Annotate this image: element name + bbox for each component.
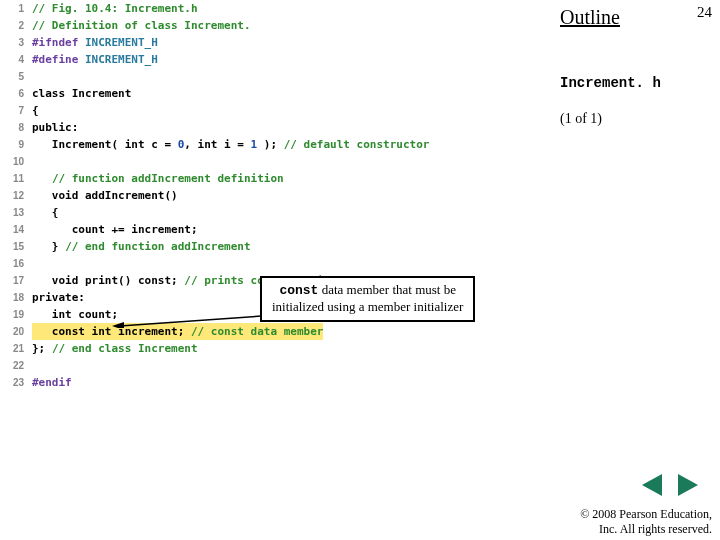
callout-keyword: const xyxy=(279,283,318,298)
line-number: 21 xyxy=(0,340,32,357)
code-line: 21}; // end class Increment xyxy=(0,340,540,357)
line-number: 13 xyxy=(0,204,32,221)
code-text: // Definition of class Increment. xyxy=(32,17,251,34)
code-text: { xyxy=(32,102,39,119)
line-number: 15 xyxy=(0,238,32,255)
line-number: 3 xyxy=(0,34,32,51)
svg-marker-1 xyxy=(112,322,124,328)
line-number: 23 xyxy=(0,374,32,391)
line-number: 18 xyxy=(0,289,32,306)
code-text xyxy=(32,255,39,272)
line-number: 8 xyxy=(0,119,32,136)
code-line: 23#endif xyxy=(0,374,540,391)
callout-arrow xyxy=(112,314,262,328)
callout-text-2: initialized using a member initializer xyxy=(272,299,463,314)
code-line: 2// Definition of class Increment. xyxy=(0,17,540,34)
code-line: 4#define INCREMENT_H xyxy=(0,51,540,68)
code-text: // function addIncrement definition xyxy=(32,170,284,187)
prev-button[interactable] xyxy=(642,474,662,496)
next-button[interactable] xyxy=(678,474,698,496)
footer-line-2: Inc. All rights reserved. xyxy=(580,522,712,536)
code-line: 16 xyxy=(0,255,540,272)
code-text: Increment( int c = 0, int i = 1 ); // de… xyxy=(32,136,429,153)
code-text: public: xyxy=(32,119,78,136)
line-number: 12 xyxy=(0,187,32,204)
line-number: 2 xyxy=(0,17,32,34)
code-line: 13 { xyxy=(0,204,540,221)
code-line: 20 const int increment; // const data me… xyxy=(0,323,540,340)
code-line: 9 Increment( int c = 0, int i = 1 ); // … xyxy=(0,136,540,153)
code-line: 3#ifndef INCREMENT_H xyxy=(0,34,540,51)
code-line: 8public: xyxy=(0,119,540,136)
line-number: 1 xyxy=(0,0,32,17)
code-text xyxy=(32,357,39,374)
code-line: 10 xyxy=(0,153,540,170)
code-text: #ifndef INCREMENT_H xyxy=(32,34,158,51)
svg-line-0 xyxy=(120,316,262,326)
code-line: 7{ xyxy=(0,102,540,119)
code-line: 14 count += increment; xyxy=(0,221,540,238)
line-number: 6 xyxy=(0,85,32,102)
code-line: 22 xyxy=(0,357,540,374)
footer-line-1: © 2008 Pearson Education, xyxy=(580,507,712,521)
line-number: 14 xyxy=(0,221,32,238)
line-number: 7 xyxy=(0,102,32,119)
line-number: 22 xyxy=(0,357,32,374)
code-line: 6class Increment xyxy=(0,85,540,102)
line-number: 17 xyxy=(0,272,32,289)
code-text: void addIncrement() xyxy=(32,187,178,204)
code-listing: 1// Fig. 10.4: Increment.h2// Definition… xyxy=(0,0,540,391)
code-text: #endif xyxy=(32,374,72,391)
code-text: int count; xyxy=(32,306,118,323)
code-text: } // end function addIncrement xyxy=(32,238,251,255)
line-number: 10 xyxy=(0,153,32,170)
line-number: 16 xyxy=(0,255,32,272)
filename-label: Increment. h xyxy=(560,75,720,91)
code-text: class Increment xyxy=(32,85,131,102)
page-of-label: (1 of 1) xyxy=(560,111,720,127)
line-number: 20 xyxy=(0,323,32,340)
code-line: 15 } // end function addIncrement xyxy=(0,238,540,255)
code-text: #define INCREMENT_H xyxy=(32,51,158,68)
line-number: 4 xyxy=(0,51,32,68)
code-text: }; // end class Increment xyxy=(32,340,198,357)
copyright-footer: © 2008 Pearson Education, Inc. All right… xyxy=(580,507,712,536)
line-number: 11 xyxy=(0,170,32,187)
callout-box: const data member that must be initializ… xyxy=(260,276,475,322)
code-text: // Fig. 10.4: Increment.h xyxy=(32,0,198,17)
right-column: Outline Increment. h (1 of 1) xyxy=(560,0,720,127)
nav-controls xyxy=(636,474,704,500)
code-line: 11 // function addIncrement definition xyxy=(0,170,540,187)
code-text: { xyxy=(32,204,59,221)
line-number: 19 xyxy=(0,306,32,323)
page-number: 24 xyxy=(697,4,712,21)
code-text xyxy=(32,153,39,170)
code-text xyxy=(32,68,39,85)
code-line: 12 void addIncrement() xyxy=(0,187,540,204)
line-number: 5 xyxy=(0,68,32,85)
outline-heading: Outline xyxy=(560,6,720,29)
code-text: private: xyxy=(32,289,85,306)
code-text: count += increment; xyxy=(32,221,198,238)
code-line: 1// Fig. 10.4: Increment.h xyxy=(0,0,540,17)
line-number: 9 xyxy=(0,136,32,153)
callout-text-1: data member that must be xyxy=(318,282,456,297)
code-line: 5 xyxy=(0,68,540,85)
